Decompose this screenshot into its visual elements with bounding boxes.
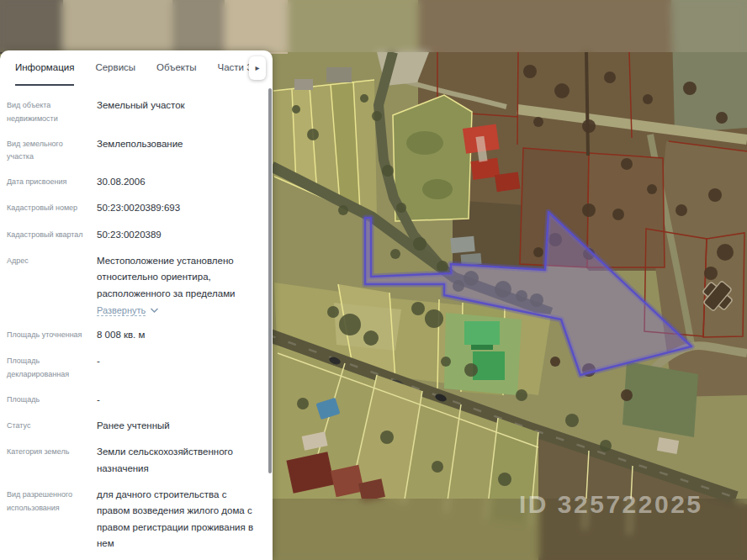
tab-2[interactable]: Объекты	[156, 50, 196, 86]
field-label: Категория земель	[7, 444, 89, 477]
field-row: Площадь-	[7, 392, 261, 408]
field-value: Землепользование	[97, 136, 261, 152]
field-label: Площадь уточненная	[7, 327, 89, 343]
field-label: Вид разрешенного использования	[7, 487, 89, 552]
field-value: 8 008 кв. м	[97, 327, 261, 343]
field-row: Площадь уточненная8 008 кв. м	[7, 327, 261, 343]
field-value: Земельный участок	[97, 98, 261, 114]
tab-scroll-arrow-button[interactable]: ▸	[249, 56, 266, 80]
field-value: -	[97, 392, 261, 408]
field-row: Вид разрешенного использованиядля дачног…	[7, 487, 261, 552]
tab-information[interactable]: Информация	[15, 50, 74, 86]
field-value: Местоположение установлено относительно …	[97, 253, 261, 302]
field-value: 50:23:0020389	[97, 227, 261, 243]
field-label: Кадастровый квартал	[7, 227, 89, 243]
map-watermark-id: ID 325722025	[519, 490, 703, 518]
field-row: Площадь декларированная-	[7, 353, 261, 382]
field-label: Площадь декларированная	[7, 353, 89, 382]
panel-scrollbar[interactable]	[268, 88, 272, 473]
field-row: Кадастровый квартал50:23:0020389	[7, 227, 261, 243]
field-list: Вид объекта недвижимостиЗемельный участо…	[0, 86, 273, 560]
field-value: 50:23:0020389:693	[97, 200, 261, 216]
app-window: ID 325722025 ИнформацияСервисыОбъектыЧас…	[0, 0, 747, 560]
field-label: Площадь	[7, 392, 89, 408]
field-row: Кадастровый номер50:23:0020389:693	[7, 200, 261, 216]
expand-address-link[interactable]: Развернуть	[97, 305, 159, 316]
chevron-down-icon	[150, 307, 159, 314]
field-row: Вид объекта недвижимостиЗемельный участо…	[7, 98, 261, 126]
field-value: 30.08.2006	[97, 174, 261, 190]
field-value: Земли сельскохозяйственного назначения	[97, 444, 261, 477]
expand-address-label: Развернуть	[97, 305, 146, 316]
field-label: Адрес	[7, 253, 89, 317]
field-value: для дачного строительства с правом возве…	[97, 487, 261, 552]
tab-1[interactable]: Сервисы	[95, 50, 135, 86]
field-value: -	[97, 353, 261, 369]
field-label: Кадастровый номер	[7, 200, 89, 216]
field-label: Вид объекта недвижимости	[7, 98, 89, 126]
field-row: Вид земельного участкаЗемлепользование	[7, 136, 261, 165]
field-label: Статус	[7, 418, 89, 434]
field-row: Дата присвоения30.08.2006	[7, 174, 261, 190]
field-row: СтатусРанее учтенный	[7, 418, 261, 434]
tab-bar: ИнформацияСервисыОбъектыЧасти ЗУСоста	[0, 50, 273, 86]
info-panel: ИнформацияСервисыОбъектыЧасти ЗУСоста ▸ …	[0, 50, 273, 560]
field-label: Дата присвоения	[7, 174, 89, 190]
field-label: Вид земельного участка	[7, 136, 89, 165]
field-row: Категория земельЗемли сельскохозяйственн…	[7, 444, 261, 477]
field-value: Ранее учтенный	[97, 418, 261, 434]
field-row: АдресМестоположение установлено относите…	[7, 253, 261, 317]
